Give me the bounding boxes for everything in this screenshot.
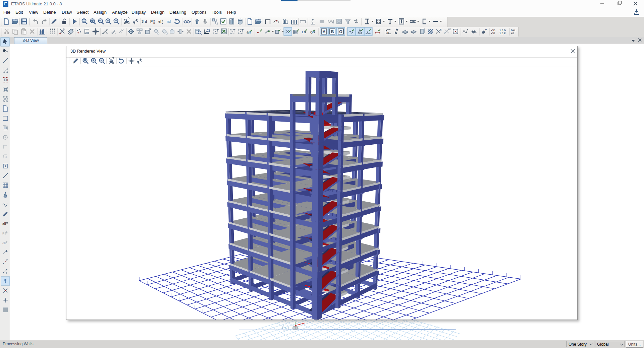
svg-text:HZ: HZ [448,28,451,30]
svg-text:1: 1 [284,327,286,330]
svg-text:PS: PS [2,232,6,235]
svg-text:E: E [387,31,389,34]
svg-text:A: A [323,29,326,34]
svg-text:all: all [247,30,251,34]
svg-text:E: E [440,28,442,31]
svg-text:✔E: ✔E [491,32,495,35]
svg-text:K: K [444,32,446,34]
svg-text:D+L: D+L [511,29,516,32]
svg-text:?: ? [485,28,487,32]
svg-text:clr: clr [2,241,6,245]
svg-text:1.5 E: 1.5 E [499,32,506,35]
svg-text:K: K [436,32,437,34]
svg-text:B: B [331,29,334,34]
svg-text:all: all [2,222,6,225]
svg-text:✔D: ✔D [491,29,495,32]
svg-text:O: O [339,29,342,34]
svg-text:1.0 D: 1.0 D [499,29,506,32]
svg-text:+E: +E [511,32,515,35]
